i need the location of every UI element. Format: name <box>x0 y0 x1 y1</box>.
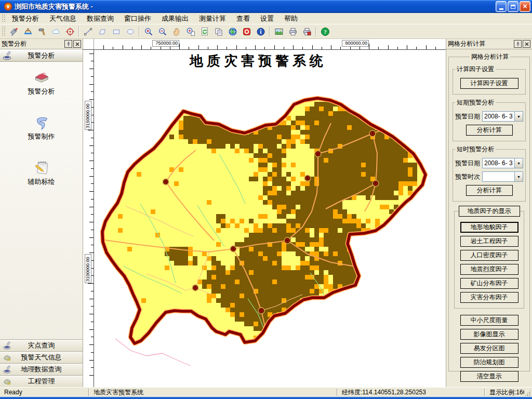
book-icon <box>33 68 50 86</box>
short-time-period-combo[interactable]: ▼ <box>482 171 523 182</box>
image-display-button[interactable]: 影像图显示 <box>460 329 518 340</box>
ruler-tick <box>103 45 104 49</box>
menu-item-0[interactable]: 预警分析 <box>7 12 44 25</box>
pin-button[interactable] <box>64 40 72 48</box>
project-manage-bar[interactable]: 工程管理 <box>0 375 83 387</box>
zoom-in-icon[interactable] <box>142 25 155 38</box>
pan-hand-icon[interactable] <box>170 25 183 38</box>
ruler-tick <box>88 283 94 284</box>
ruler-tick <box>123 45 123 49</box>
menu-item-3[interactable]: 窗口操作 <box>119 12 156 25</box>
chevron-down-icon[interactable]: ▼ <box>514 158 523 168</box>
factor-setting-button[interactable]: 计算因子设置 <box>460 78 518 89</box>
menu-item-7[interactable]: 设置 <box>255 12 279 25</box>
menu-item-5[interactable]: 测量计算 <box>194 12 231 25</box>
menu-item-6[interactable]: 查看 <box>231 12 255 25</box>
help-icon[interactable]: ? <box>318 25 331 38</box>
rectangle-tool-icon[interactable] <box>110 25 123 38</box>
target-locate-icon[interactable] <box>63 25 76 38</box>
close-button[interactable] <box>523 40 530 48</box>
assist-draw-item[interactable]: 辅助标绘 <box>0 158 83 187</box>
menu-item-1[interactable]: 天气信息 <box>44 12 82 25</box>
right-panel-title: 网格分析计算 <box>448 39 513 48</box>
factor-setting-group: 计算因子设置 计算因子设置 <box>453 65 526 95</box>
pin-button[interactable] <box>514 40 522 48</box>
left-panel-section-header[interactable]: 预警分析 <box>0 49 83 62</box>
disaster-point-query-bar[interactable]: 灾点查询 <box>0 339 83 351</box>
warning-make-item[interactable]: 预警制作 <box>0 113 83 141</box>
ruler-tick <box>340 47 341 49</box>
menu-item-4[interactable]: 成果输出 <box>156 12 194 25</box>
population-density-factor-button[interactable]: 人口密度因子 <box>460 250 518 261</box>
disaster-distribution-factor-button[interactable]: 灾害分布因子 <box>460 292 518 303</box>
close-button[interactable] <box>73 40 81 48</box>
stop-icon[interactable] <box>240 25 253 38</box>
draw-icon <box>33 158 50 176</box>
ruler-tick <box>189 47 189 49</box>
ruler-tick <box>217 45 218 49</box>
ruler-tick <box>246 47 246 49</box>
ruler-tick <box>293 45 294 49</box>
globe-icon[interactable] <box>226 25 239 38</box>
town-marker <box>373 180 379 187</box>
ruler-tick <box>89 145 94 146</box>
print-preview-icon[interactable] <box>300 25 313 38</box>
rain-scale-button[interactable]: 中小尺度雨量 <box>460 315 518 326</box>
town-marker <box>284 237 290 244</box>
image-view-icon[interactable] <box>272 25 285 38</box>
mine-distribution-factor-button[interactable]: 矿山分布因子 <box>460 278 518 289</box>
zoom-out-icon[interactable] <box>156 25 169 38</box>
warning-analysis-icon[interactable] <box>7 25 20 38</box>
ruler-tick <box>91 291 94 291</box>
close-button[interactable]: ✕ <box>520 1 530 12</box>
map-canvas[interactable]: 地质灾害预警系统 <box>95 50 445 387</box>
short-time-analyze-button[interactable]: 分析计算 <box>466 185 513 196</box>
info-icon[interactable] <box>254 25 267 38</box>
print-icon[interactable] <box>286 25 299 38</box>
project-manage-bar-label: 工程管理 <box>0 377 83 386</box>
seismic-intensity-factor-button[interactable]: 地震烈度因子 <box>460 264 518 275</box>
ellipse-tool-icon[interactable] <box>124 25 137 38</box>
geo-data-query-bar[interactable]: 地理数据查询 <box>0 363 83 375</box>
ruler-tick <box>89 207 94 207</box>
short-term-analyze-button[interactable]: 分析计算 <box>466 125 513 136</box>
susceptibility-map-button[interactable]: 易发分区图 <box>460 343 518 354</box>
short-time-date-combo[interactable]: 2008- 6- 3 ▼ <box>482 158 523 168</box>
warning-weather-bar[interactable]: 预警天气信息 <box>0 351 83 363</box>
polygon-tool-icon[interactable] <box>96 25 109 38</box>
zoom-window-icon[interactable] <box>184 25 197 38</box>
menu-item-8[interactable]: 帮助 <box>279 12 303 25</box>
minimize-button[interactable] <box>496 1 507 12</box>
left-panel-header: 预警分析 <box>0 39 83 49</box>
prevention-plan-button[interactable]: 防治规划图 <box>460 357 518 368</box>
clear-display-button[interactable]: 清空显示 <box>460 371 518 382</box>
ruler-tick <box>416 47 417 49</box>
restore-button[interactable] <box>508 1 518 12</box>
short-term-date-combo[interactable]: 2008- 6- 3 ▼ <box>482 111 523 122</box>
chevron-down-icon[interactable]: ▼ <box>514 172 523 181</box>
ruler-tick <box>91 153 94 153</box>
geo-factor-display-button[interactable]: 地质因子的显示 <box>459 206 520 217</box>
chevron-down-icon[interactable]: ▼ <box>514 112 523 121</box>
cloud-weather-icon[interactable] <box>49 25 62 38</box>
hammer-tool-icon[interactable] <box>35 25 48 38</box>
copy-layers-icon[interactable] <box>212 25 225 38</box>
menu-item-2[interactable]: 数据查询 <box>82 12 119 25</box>
terrain-factor-button[interactable]: 地形地貌因子 <box>460 222 518 233</box>
town-marker <box>369 130 376 137</box>
line-tool-icon[interactable] <box>82 25 95 38</box>
ruler-tick <box>89 375 94 376</box>
map-canvas-svg <box>95 50 445 387</box>
resize-grip[interactable] <box>524 390 531 396</box>
short-term-date-label: 预警日期 <box>455 112 482 121</box>
town-marker <box>230 246 236 252</box>
geotech-factor-button[interactable]: 岩土工程因子 <box>460 236 518 247</box>
warning-analysis-item[interactable]: 预警分析 <box>0 68 83 96</box>
left-panel-title: 预警分析 <box>2 39 63 48</box>
toolbar-grip-handle[interactable] <box>2 26 5 37</box>
ruler-tick <box>236 45 237 49</box>
short-time-period-value <box>483 172 514 181</box>
weather-info-icon[interactable] <box>21 25 34 38</box>
refresh-icon[interactable] <box>198 25 211 38</box>
menu-grip-handle[interactable] <box>2 14 5 23</box>
